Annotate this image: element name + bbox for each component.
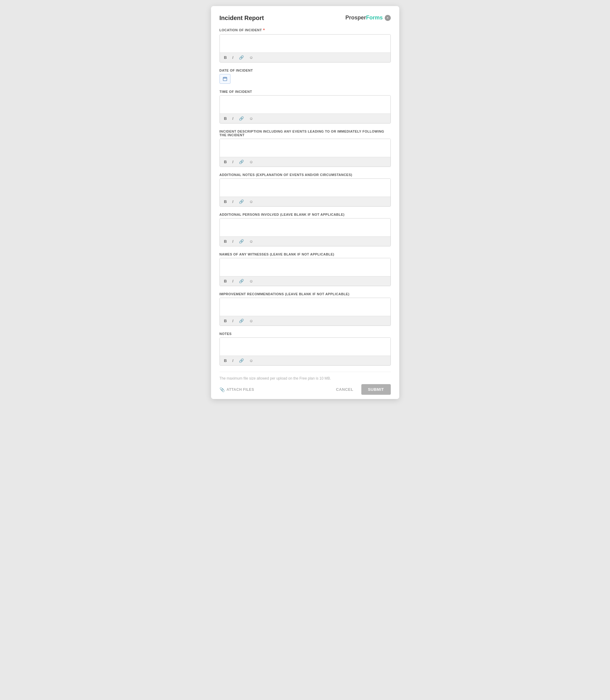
incident-report-modal: Incident Report ProsperForms × LOCATION … <box>211 6 399 399</box>
field-time: TIME OF INCIDENT B I 🔗 ☺ <box>220 90 391 123</box>
paperclip-icon <box>220 387 225 392</box>
toolbar-notes: B I 🔗 ☺ <box>220 356 390 365</box>
input-time[interactable] <box>220 96 390 112</box>
field-location: LOCATION OF INCIDENT * B I 🔗 ☺ <box>220 28 391 63</box>
emoji-btn-additional-notes[interactable]: ☺ <box>248 199 254 204</box>
cancel-button[interactable]: CANCEL <box>332 385 357 394</box>
bold-btn-location[interactable]: B <box>223 55 228 61</box>
svg-rect-0 <box>223 77 226 81</box>
field-persons-involved: ADDITIONAL PERSONS INVOLVED (LEAVE BLANK… <box>220 213 391 246</box>
toolbar-time: B I 🔗 ☺ <box>220 114 390 123</box>
toolbar-additional-notes: B I 🔗 ☺ <box>220 197 390 206</box>
input-persons-involved[interactable] <box>220 218 390 235</box>
form-body: LOCATION OF INCIDENT * B I 🔗 ☺ DATE OF I… <box>220 28 391 399</box>
toolbar-persons-involved: B I 🔗 ☺ <box>220 236 390 246</box>
link-btn-additional-notes[interactable]: 🔗 <box>238 199 245 204</box>
label-location: LOCATION OF INCIDENT * <box>220 28 391 32</box>
emoji-btn-recommendations[interactable]: ☺ <box>248 318 254 324</box>
italic-btn-additional-notes[interactable]: I <box>231 199 235 204</box>
footer-right: CANCEL SUBMIT <box>332 384 390 395</box>
italic-btn-location[interactable]: I <box>231 55 235 61</box>
link-btn-location[interactable]: 🔗 <box>238 55 245 61</box>
richtext-location: B I 🔗 ☺ <box>220 34 391 63</box>
bold-btn-notes[interactable]: B <box>223 358 228 364</box>
modal-title: Incident Report <box>220 15 264 21</box>
logo-forms: Forms <box>366 15 383 21</box>
toolbar-witnesses: B I 🔗 ☺ <box>220 276 390 286</box>
field-description: INCIDENT DESCRIPTION INCLUDING ANY EVENT… <box>220 130 391 167</box>
link-btn-time[interactable]: 🔗 <box>238 116 245 121</box>
italic-btn-notes[interactable]: I <box>231 358 235 364</box>
label-recommendations: IMPROVEMENT RECOMMENDATIONS (LEAVE BLANK… <box>220 292 391 296</box>
bold-btn-recommendations[interactable]: B <box>223 318 228 324</box>
label-time: TIME OF INCIDENT <box>220 90 391 94</box>
label-witnesses: NAMES OF ANY WITNESSES (LEAVE BLANK IF N… <box>220 252 391 256</box>
input-location[interactable] <box>220 35 390 51</box>
input-description[interactable] <box>220 139 390 156</box>
italic-btn-witnesses[interactable]: I <box>231 278 235 284</box>
field-notes: NOTES B I 🔗 ☺ <box>220 332 391 366</box>
input-additional-notes[interactable] <box>220 179 390 195</box>
field-date: DATE OF INCIDENT <box>220 69 391 84</box>
italic-btn-persons-involved[interactable]: I <box>231 238 235 244</box>
emoji-btn-notes[interactable]: ☺ <box>248 358 254 364</box>
submit-button[interactable]: SUBMIT <box>361 384 391 395</box>
link-btn-persons-involved[interactable]: 🔗 <box>238 238 245 244</box>
richtext-recommendations: B I 🔗 ☺ <box>220 298 391 326</box>
italic-btn-recommendations[interactable]: I <box>231 318 235 324</box>
richtext-persons-involved: B I 🔗 ☺ <box>220 218 391 246</box>
toolbar-description: B I 🔗 ☺ <box>220 157 390 167</box>
richtext-additional-notes: B I 🔗 ☺ <box>220 179 391 206</box>
toolbar-location: B I 🔗 ☺ <box>220 52 390 62</box>
form-footer: The maximum file size allowed per upload… <box>220 372 391 399</box>
date-picker-button[interactable] <box>220 74 230 84</box>
input-notes[interactable] <box>220 338 390 354</box>
logo-prosper: Prosper <box>345 15 366 21</box>
attach-files-button[interactable]: ATTACH FILES <box>220 387 254 392</box>
link-btn-recommendations[interactable]: 🔗 <box>238 318 245 324</box>
bold-btn-witnesses[interactable]: B <box>223 278 228 284</box>
richtext-description: B I 🔗 ☺ <box>220 139 391 167</box>
bold-btn-time[interactable]: B <box>223 116 228 121</box>
richtext-notes: B I 🔗 ☺ <box>220 337 391 366</box>
label-persons-involved: ADDITIONAL PERSONS INVOLVED (LEAVE BLANK… <box>220 213 391 216</box>
richtext-witnesses: B I 🔗 ☺ <box>220 258 391 286</box>
input-recommendations[interactable] <box>220 298 390 315</box>
footer-actions: ATTACH FILES CANCEL SUBMIT <box>220 384 391 395</box>
link-btn-description[interactable]: 🔗 <box>238 159 245 165</box>
calendar-icon <box>223 77 227 81</box>
emoji-btn-description[interactable]: ☺ <box>248 159 254 165</box>
logo-wrapper: ProsperForms × <box>345 15 390 21</box>
required-star-location: * <box>263 28 265 32</box>
field-witnesses: NAMES OF ANY WITNESSES (LEAVE BLANK IF N… <box>220 252 391 286</box>
emoji-btn-persons-involved[interactable]: ☺ <box>248 238 254 244</box>
label-date: DATE OF INCIDENT <box>220 69 391 72</box>
file-size-note: The maximum file size allowed per upload… <box>220 376 391 381</box>
close-button[interactable]: × <box>385 15 391 21</box>
input-witnesses[interactable] <box>220 258 390 275</box>
label-notes: NOTES <box>220 332 391 336</box>
field-additional-notes: ADDITIONAL NOTES (EXPLANATION OF EVENTS … <box>220 173 391 206</box>
field-recommendations: IMPROVEMENT RECOMMENDATIONS (LEAVE BLANK… <box>220 292 391 326</box>
toolbar-recommendations: B I 🔗 ☺ <box>220 316 390 326</box>
link-btn-witnesses[interactable]: 🔗 <box>238 278 245 284</box>
label-additional-notes: ADDITIONAL NOTES (EXPLANATION OF EVENTS … <box>220 173 391 177</box>
richtext-time: B I 🔗 ☺ <box>220 95 391 123</box>
label-description: INCIDENT DESCRIPTION INCLUDING ANY EVENT… <box>220 130 391 137</box>
bold-btn-persons-involved[interactable]: B <box>223 238 228 244</box>
italic-btn-time[interactable]: I <box>231 116 235 121</box>
italic-btn-description[interactable]: I <box>231 159 235 165</box>
emoji-btn-witnesses[interactable]: ☺ <box>248 278 254 284</box>
bold-btn-description[interactable]: B <box>223 159 228 165</box>
logo: ProsperForms <box>345 15 383 21</box>
modal-header: Incident Report ProsperForms × <box>220 15 391 21</box>
emoji-btn-location[interactable]: ☺ <box>248 55 254 61</box>
bold-btn-additional-notes[interactable]: B <box>223 199 228 204</box>
emoji-btn-time[interactable]: ☺ <box>248 116 254 121</box>
link-btn-notes[interactable]: 🔗 <box>238 358 245 364</box>
